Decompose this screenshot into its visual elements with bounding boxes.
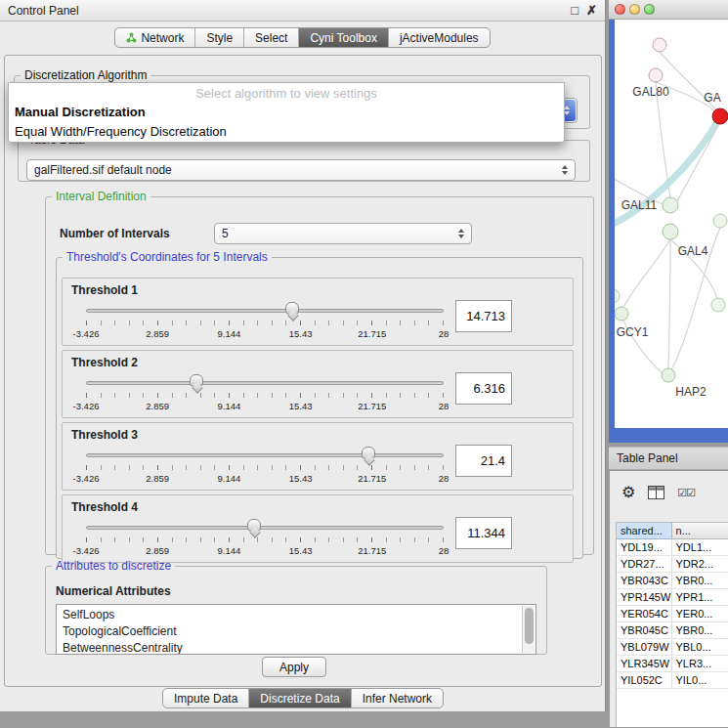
network-node[interactable] <box>711 298 725 312</box>
table-row[interactable]: YBR043CYBR0... <box>617 573 728 589</box>
slider-tick-label: 28 <box>439 473 450 484</box>
list-item[interactable]: TopologicalCoefficient <box>63 623 520 640</box>
threshold-2-value-input[interactable]: 6.316 <box>455 372 512 405</box>
table-cell[interactable]: YBR043C <box>617 573 672 589</box>
list-item[interactable]: BetweennessCentrality <box>63 640 520 655</box>
list-scrollbar[interactable] <box>522 606 535 653</box>
table-data-combobox[interactable]: galFiltered.sif default node <box>26 159 576 181</box>
table-cell[interactable]: YIL052C <box>617 672 672 689</box>
tab-infer-network[interactable]: Infer Network <box>352 689 443 707</box>
tab-impute-data[interactable]: Impute Data <box>163 689 249 707</box>
group-title: Interval Definition <box>52 190 150 203</box>
dropdown-option-equal-width-frequency[interactable]: Equal Width/Frequency Discretization <box>9 122 564 142</box>
slider-track[interactable] <box>86 526 444 530</box>
table-row[interactable]: YER054CYER0... <box>617 606 728 622</box>
column-layout-icon[interactable] <box>648 486 664 499</box>
close-traffic-light-icon[interactable] <box>615 4 625 15</box>
slider-track[interactable] <box>86 309 444 313</box>
scrollbar-thumb[interactable] <box>525 608 534 644</box>
table-cell[interactable]: YPR145W <box>617 589 672 606</box>
number-of-intervals-value: 5 <box>222 227 229 240</box>
gear-icon[interactable]: ⚙ <box>621 485 635 500</box>
numerical-attributes-list[interactable]: SelfLoops TopologicalCoefficient Between… <box>56 604 536 655</box>
tab-style[interactable]: Style <box>195 28 244 47</box>
threshold-1-slider[interactable]: -3.4262.8599.14415.4321.71528 <box>86 299 444 344</box>
network-node[interactable] <box>713 214 727 228</box>
list-item[interactable]: SelfLoops <box>63 607 520 623</box>
select-columns-icon[interactable]: ☑☑ <box>677 487 695 499</box>
slider-tick-label: 15.43 <box>289 328 313 339</box>
table-row[interactable]: YDL19...YDL1... <box>617 539 728 556</box>
table-cell[interactable]: YER054C <box>617 606 672 622</box>
table-cell[interactable]: YDL1... <box>672 539 728 556</box>
table-row[interactable]: YPR145WYPR1... <box>617 589 728 606</box>
minimize-traffic-light-icon[interactable] <box>629 4 640 15</box>
threshold-4-value-input[interactable]: 11.344 <box>455 517 512 549</box>
threshold-4-slider[interactable]: -3.4262.8599.14415.4321.71528 <box>86 516 444 561</box>
table-cell[interactable]: YPR1... <box>672 589 728 606</box>
numerical-attributes-label: Numerical Attributes <box>56 584 171 598</box>
table-cell[interactable]: YBL0... <box>672 639 728 656</box>
slider-tick-label: 2.859 <box>146 328 169 339</box>
tab-discretize-data[interactable]: Discretize Data <box>249 689 351 707</box>
table-row[interactable]: YBL079WYBL0... <box>617 639 728 656</box>
threshold-3-slider[interactable]: -3.4262.8599.14415.4321.71528 <box>86 444 444 489</box>
table-cell[interactable]: YDR2... <box>672 556 728 573</box>
table-row[interactable]: YIL052CYIL0... <box>617 672 728 689</box>
slider-thumb[interactable] <box>285 302 299 315</box>
table-cell[interactable]: YBR0... <box>672 622 728 639</box>
network-node[interactable] <box>663 224 678 239</box>
table-panel-window: ⚙ ☑☑ shared... n... YDL19...YDL1... YDR2… <box>609 470 728 728</box>
table-cell[interactable]: YLR345W <box>617 656 672 672</box>
tab-cyni-toolbox[interactable]: Cyni Toolbox <box>299 28 388 47</box>
network-node-label: GAL4 <box>678 244 708 258</box>
network-node[interactable] <box>615 289 620 303</box>
table-cell[interactable]: YDL19... <box>617 539 672 556</box>
network-node[interactable] <box>662 368 675 382</box>
number-of-intervals-combobox[interactable]: 5 <box>214 223 472 244</box>
threshold-panel-2: Threshold 2 -3.4262.8599.14415.4321.7152… <box>62 350 574 418</box>
table-header-row: shared... n... <box>617 523 728 539</box>
network-node[interactable] <box>615 307 628 321</box>
slider-tick-label: 9.144 <box>218 328 241 339</box>
slider-tick-label: 9.144 <box>218 473 241 484</box>
dropdown-placeholder: Select algorithm to view settings <box>9 83 564 103</box>
tab-network[interactable]: Network <box>115 28 195 47</box>
table-row[interactable]: YDR27...YDR2... <box>617 556 728 573</box>
zoom-traffic-light-icon[interactable] <box>644 4 655 15</box>
table-cell[interactable]: YIL0... <box>672 672 728 689</box>
slider-thumb[interactable] <box>247 519 261 532</box>
slider-thumb[interactable] <box>190 374 203 387</box>
table-cell[interactable]: YDR27... <box>617 556 672 573</box>
table-cell[interactable]: YLR3... <box>672 656 728 672</box>
control-panel-window: Control Panel □ ✗ Network Style Select C… <box>0 0 606 711</box>
apply-button[interactable]: Apply <box>262 657 326 677</box>
dropdown-option-manual-discretization[interactable]: Manual Discretization <box>9 103 564 122</box>
bottom-tabbar: Impute Data Discretize Data Infer Networ… <box>0 688 606 708</box>
table-row[interactable]: YLR345WYLR3... <box>617 656 728 672</box>
tab-select[interactable]: Select <box>244 28 299 47</box>
close-window-icon[interactable]: ✗ <box>586 3 597 18</box>
slider-track[interactable] <box>86 453 444 457</box>
network-node[interactable] <box>663 197 678 213</box>
table-cell[interactable]: YER0... <box>672 606 728 622</box>
network-node[interactable] <box>653 38 666 52</box>
slider-tick-label: 21.715 <box>358 401 386 411</box>
table-cell[interactable]: YBR045C <box>617 622 672 639</box>
table-cell[interactable]: YBL079W <box>617 639 672 656</box>
network-node-highlighted[interactable] <box>712 108 728 124</box>
column-header-shared-name[interactable]: shared... <box>617 523 672 539</box>
float-window-icon[interactable]: □ <box>571 3 578 18</box>
network-canvas[interactable]: GAL80GAGAL11GAL4GCY1HAP2 <box>615 20 728 428</box>
network-node[interactable] <box>649 68 663 82</box>
slider-track[interactable] <box>86 381 444 385</box>
column-header-name[interactable]: n... <box>672 523 728 539</box>
threshold-3-value-input[interactable]: 21.4 <box>455 445 512 477</box>
slider-thumb[interactable] <box>362 447 375 459</box>
table-row[interactable]: YBR045CYBR0... <box>617 622 728 639</box>
table-cell[interactable]: YBR0... <box>672 573 728 589</box>
threshold-2-slider[interactable]: -3.4262.8599.14415.4321.71528 <box>86 371 444 416</box>
tab-jactivemodules[interactable]: jActiveModules <box>389 28 490 47</box>
threshold-1-value-input[interactable]: 14.713 <box>455 300 512 332</box>
combobox-stepper-icon <box>452 229 464 238</box>
